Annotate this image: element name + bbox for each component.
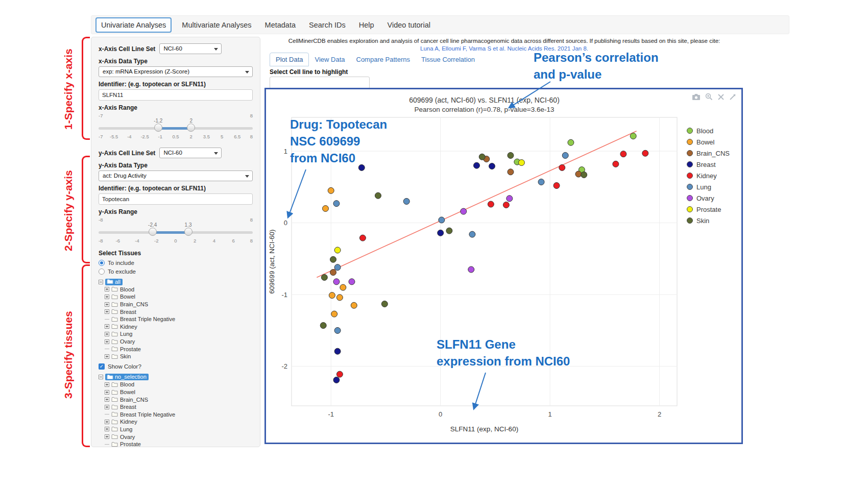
- data-point-ovary[interactable]: [349, 279, 355, 285]
- tree-item-brain_cns[interactable]: Brain_CNS: [99, 396, 253, 403]
- expand-icon[interactable]: [105, 434, 109, 439]
- tree-root-all[interactable]: all: [99, 278, 253, 286]
- tree-item-breast-triple-negative[interactable]: Breast Triple Negative: [99, 411, 253, 419]
- data-point-ovary[interactable]: [333, 279, 340, 285]
- tree-item-ovary[interactable]: Ovary: [99, 433, 253, 441]
- data-point-kidney[interactable]: [620, 151, 626, 157]
- tree-item-prostate[interactable]: Prostate: [99, 441, 253, 447]
- legend-item-kidney[interactable]: Kidney: [687, 170, 730, 181]
- data-point-blood[interactable]: [568, 139, 574, 145]
- data-point-breast[interactable]: [438, 230, 444, 236]
- tree-item-breast[interactable]: Breast: [99, 403, 253, 411]
- tab-metadata[interactable]: Metadata: [265, 21, 296, 29]
- tree-item-brain_cns[interactable]: Brain_CNS: [99, 301, 253, 308]
- y-range-slider[interactable]: -8 8 -2.4 1.3 -8-6-4-202468: [99, 217, 253, 245]
- tree-item-kidney[interactable]: Kidney: [99, 418, 253, 426]
- tree-item-blood[interactable]: Blood: [99, 381, 253, 388]
- x-cell-line-set-select[interactable]: NCI-60: [159, 43, 222, 54]
- x-range-slider[interactable]: -7 8 -1.2 2 -7-5.5-4-2.5-10.523.556.58: [99, 113, 253, 140]
- tree-item-lung[interactable]: Lung: [99, 330, 253, 338]
- data-point-bowel[interactable]: [322, 205, 328, 211]
- data-point-brain_cns[interactable]: [575, 171, 582, 177]
- tab-search-ids[interactable]: Search IDs: [309, 21, 346, 29]
- tab-help[interactable]: Help: [359, 21, 374, 29]
- tree-item-breast[interactable]: Breast: [99, 308, 253, 315]
- data-point-skin[interactable]: [479, 154, 485, 160]
- expand-icon[interactable]: [105, 339, 109, 344]
- data-point-prostate[interactable]: [334, 247, 341, 253]
- tree-item-blood[interactable]: Blood: [99, 286, 253, 294]
- legend-item-brain_cns[interactable]: Brain_CNS: [687, 148, 730, 159]
- tree-item-breast-triple-negative[interactable]: Breast Triple Negative: [99, 315, 253, 323]
- radio-to-exclude[interactable]: To exclude: [99, 267, 253, 276]
- expand-icon[interactable]: [105, 382, 109, 387]
- data-point-breast[interactable]: [489, 163, 495, 169]
- data-point-skin[interactable]: [320, 323, 326, 329]
- tree-root-label[interactable]: no_selection: [105, 374, 149, 380]
- expand-icon[interactable]: [105, 302, 109, 307]
- tab-tissue-correlation[interactable]: Tissue Correlation: [416, 53, 480, 66]
- tab-univariate-analyses[interactable]: Univariate Analyses: [95, 17, 172, 33]
- expand-icon[interactable]: [105, 390, 109, 395]
- show-color-checkbox[interactable]: ✓: [99, 363, 105, 370]
- expand-icon[interactable]: [105, 287, 109, 291]
- tab-multivariate-analyses[interactable]: Multivariate Analyses: [182, 21, 251, 29]
- data-point-lung[interactable]: [403, 198, 409, 204]
- legend-item-breast[interactable]: Breast: [687, 159, 730, 170]
- data-point-skin[interactable]: [446, 228, 452, 234]
- legend-item-lung[interactable]: Lung: [687, 181, 730, 192]
- tree-root-no_selection[interactable]: no_selection: [99, 374, 253, 381]
- tab-compare-patterns[interactable]: Compare Patterns: [351, 53, 416, 66]
- tree-item-lung[interactable]: Lung: [99, 426, 253, 433]
- tree-item-label[interactable]: Lung: [120, 426, 132, 432]
- data-point-kidney[interactable]: [503, 202, 509, 208]
- tree-item-label[interactable]: Breast Triple Negative: [120, 316, 175, 322]
- data-point-bowel[interactable]: [329, 292, 335, 299]
- data-point-kidney[interactable]: [642, 150, 648, 156]
- data-point-lung[interactable]: [562, 152, 568, 158]
- expand-icon[interactable]: [105, 354, 109, 359]
- data-point-kidney[interactable]: [553, 183, 560, 189]
- expand-icon[interactable]: [105, 405, 109, 409]
- tree-item-label[interactable]: Blood: [120, 381, 134, 387]
- y-data-type-select[interactable]: act: Drug Activity: [99, 170, 253, 181]
- data-point-kidney[interactable]: [359, 235, 366, 241]
- data-point-ovary[interactable]: [507, 196, 513, 202]
- legend-item-blood[interactable]: Blood: [687, 125, 730, 136]
- x-data-type-select[interactable]: exp: mRNA Expression (Z-Score): [99, 66, 253, 77]
- collapse-icon[interactable]: [99, 375, 103, 379]
- data-point-lung[interactable]: [538, 179, 544, 185]
- tree-item-label[interactable]: Bowel: [120, 294, 135, 300]
- data-point-kidney[interactable]: [336, 371, 343, 377]
- tree-item-prostate[interactable]: Prostate: [99, 345, 253, 353]
- y-slider-handle-low[interactable]: [149, 228, 157, 236]
- highlight-cell-line-input[interactable]: [270, 77, 370, 89]
- tree-item-label[interactable]: Prostate: [120, 346, 141, 352]
- data-point-lung[interactable]: [333, 201, 340, 207]
- data-point-ovary[interactable]: [468, 266, 474, 273]
- tree-item-label[interactable]: Brain_CNS: [120, 301, 148, 307]
- expand-icon[interactable]: [105, 420, 109, 424]
- data-point-breast[interactable]: [333, 377, 340, 383]
- tab-view-data[interactable]: View Data: [309, 53, 350, 66]
- data-point-bowel[interactable]: [340, 284, 346, 290]
- data-point-breast[interactable]: [334, 348, 341, 354]
- data-point-prostate[interactable]: [518, 160, 524, 166]
- data-point-skin[interactable]: [375, 192, 381, 199]
- x-identifier-input[interactable]: [99, 89, 253, 101]
- expand-icon[interactable]: [105, 427, 109, 431]
- data-point-skin[interactable]: [381, 301, 388, 307]
- data-point-blood[interactable]: [630, 133, 636, 139]
- tree-item-bowel[interactable]: Bowel: [99, 293, 253, 301]
- x-slider-selected-range[interactable]: [158, 127, 191, 130]
- data-point-bowel[interactable]: [336, 295, 343, 301]
- tree-item-label[interactable]: Kidney: [120, 419, 137, 425]
- data-point-bowel[interactable]: [351, 302, 357, 308]
- data-point-bowel[interactable]: [331, 311, 337, 317]
- data-point-kidney[interactable]: [559, 164, 565, 170]
- show-color-row[interactable]: ✓ Show Color?: [99, 362, 253, 371]
- expand-icon[interactable]: [105, 309, 109, 314]
- expand-icon[interactable]: [105, 295, 109, 299]
- data-point-ovary[interactable]: [461, 208, 467, 214]
- camera-icon[interactable]: [692, 93, 701, 101]
